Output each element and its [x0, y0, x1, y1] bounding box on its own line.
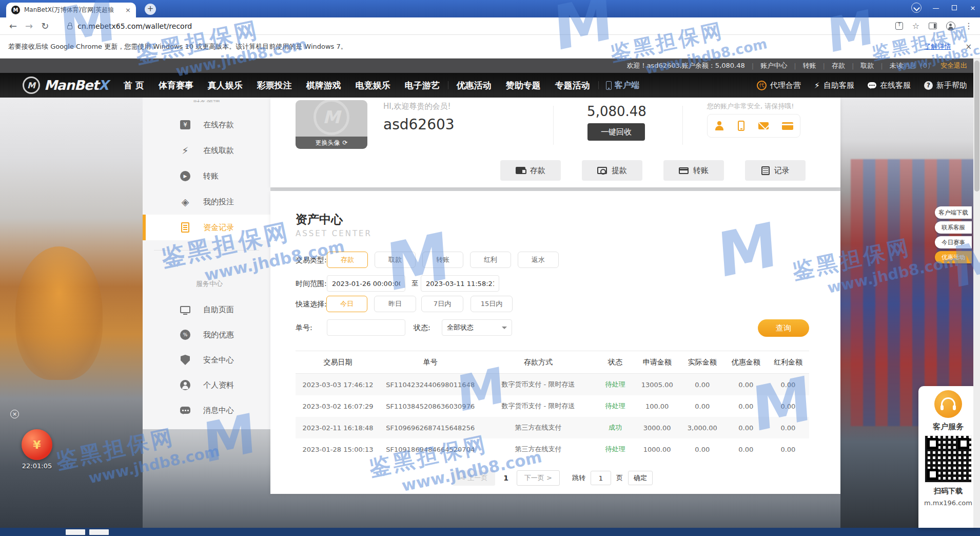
bind-bankcard-icon[interactable] [782, 122, 793, 130]
float-tab-promotions[interactable]: 优惠活动 [935, 251, 972, 263]
sidebar-item-transfer[interactable]: ▶ 转账 [143, 163, 270, 189]
side-panel-icon[interactable] [929, 23, 937, 29]
type-withdraw-button[interactable]: 取款 [375, 252, 416, 268]
qr-code [925, 435, 972, 483]
one-key-recycle-button[interactable]: 一键回收 [587, 123, 645, 141]
address-bar[interactable]: cn.mebetx65.com/wallet/record [77, 22, 192, 30]
taskbar-button[interactable] [66, 529, 85, 535]
nav-agent-link[interactable]: 代代理合营 [757, 81, 801, 90]
close-window-button[interactable]: × [969, 4, 977, 12]
confirm-button[interactable]: 确定 [628, 471, 653, 485]
quick-15days-button[interactable]: 15日内 [471, 296, 513, 312]
sidebar-item-self-service-page[interactable]: 自助页面 [143, 297, 270, 322]
sidebar-item-message-center[interactable]: 消息中心 [143, 397, 270, 423]
browser-menu-icon[interactable]: ⋮ [965, 21, 973, 31]
date-from-input[interactable] [327, 275, 405, 292]
scrollbar-thumb[interactable] [974, 61, 979, 192]
cell-status: 待处理 [596, 445, 635, 454]
bind-phone-icon[interactable] [738, 121, 744, 131]
window-controls: — × [911, 0, 977, 15]
nav-item-sponsorship[interactable]: 赞助专题 [499, 80, 548, 91]
nav-self-service-link[interactable]: ⚡自助客服 [814, 81, 854, 90]
notice-close-icon[interactable]: × [965, 42, 972, 51]
topbar-link-account[interactable]: 账户中心 [760, 61, 787, 70]
type-rebate-button[interactable]: 返水 [518, 252, 559, 268]
nav-item-live-casino[interactable]: 真人娱乐 [201, 80, 250, 91]
forward-icon[interactable]: → [25, 21, 33, 31]
nav-item-home[interactable]: 首 页 [116, 80, 151, 91]
prev-page-button[interactable]: < 上一页 [452, 470, 495, 486]
transaction-type-label: 交易类型: [296, 252, 327, 268]
quick-yesterday-button[interactable]: 昨日 [374, 296, 416, 312]
nav-item-esports[interactable]: 电竞娱乐 [348, 80, 398, 91]
tab-close-icon[interactable]: × [125, 6, 131, 14]
type-bonus-button[interactable]: 红利 [470, 252, 511, 268]
topbar-link-transfer[interactable]: 转账 [803, 61, 816, 70]
message-icon [180, 405, 191, 416]
type-deposit-button[interactable]: 存款 [327, 252, 368, 268]
float-tab-contact-service[interactable]: 联系客服 [935, 221, 972, 234]
topbar-unread-messages[interactable]: 未读消息（0） [890, 61, 934, 70]
nav-item-client-app[interactable]: 客户端 [600, 80, 645, 91]
transfer-button[interactable]: 转账 [663, 160, 724, 181]
jump-page-input[interactable] [591, 471, 611, 485]
customer-service-widget[interactable]: 客户服务 扫码下载 m.mx196.com [918, 386, 978, 528]
records-button[interactable]: 记录 [745, 160, 806, 181]
quick-select-label: 快速选择: [296, 296, 327, 312]
learn-more-link[interactable]: 了解详情 [924, 42, 951, 51]
divider [448, 81, 448, 89]
maximize-button[interactable] [950, 4, 958, 12]
back-icon[interactable]: ← [9, 21, 17, 31]
change-avatar-button[interactable]: 更换头像⟳ [296, 137, 367, 149]
reload-icon[interactable]: ↻ [41, 21, 49, 31]
bookmark-star-icon[interactable]: ☆ [912, 21, 919, 31]
sidebar-item-my-promotions[interactable]: % 我的优惠 [143, 322, 270, 348]
nav-help-link[interactable]: ?新手帮助 [924, 81, 967, 90]
withdraw-button[interactable]: 提款 [582, 160, 642, 181]
status-select[interactable]: 全部状态 [442, 319, 512, 336]
logout-link[interactable]: 安全退出 [940, 61, 967, 70]
nav-item-lottery[interactable]: 彩票投注 [250, 80, 299, 91]
topbar-link-withdraw[interactable]: 取款 [860, 61, 874, 70]
deposit-button[interactable]: 存款 [500, 160, 561, 181]
sidebar-item-online-withdraw[interactable]: ⚡ 在线取款 [143, 138, 270, 163]
table-row: 2023-02-11 16:18:48 SF109696268741564825… [296, 417, 809, 438]
order-number-input[interactable] [327, 319, 405, 336]
next-page-button[interactable]: 下一页 > [517, 470, 560, 486]
sidebar-item-online-deposit[interactable]: ¥ 在线存款 [143, 112, 270, 138]
nav-item-slots[interactable]: 电子游艺 [398, 80, 447, 91]
float-tab-today-matches[interactable]: 今日赛事 [935, 236, 972, 248]
sidebar-item-security-center[interactable]: 安全中心 [143, 347, 270, 373]
quick-today-button[interactable]: 今日 [326, 296, 367, 312]
cell-status: 待处理 [596, 401, 635, 411]
type-transfer-button[interactable]: 转账 [422, 252, 463, 268]
promo-close-icon[interactable]: × [10, 410, 19, 418]
nav-live-chat-link[interactable]: 在线客服 [868, 81, 911, 90]
profile-avatar-icon[interactable] [946, 22, 955, 31]
search-button[interactable]: 查询 [758, 319, 809, 337]
avatar[interactable]: M 更换头像⟳ [296, 100, 367, 149]
float-tab-client-download[interactable]: 客户端下载 [935, 206, 972, 219]
browser-update-chevron-icon[interactable] [911, 3, 922, 13]
topbar-link-deposit[interactable]: 存款 [832, 61, 845, 70]
promo-red-packet-icon[interactable]: ¥ [22, 429, 52, 460]
browser-tab[interactable]: M ManBetX(万博体育)官网|英超狼 × [6, 3, 136, 17]
bind-profile-icon[interactable] [714, 121, 724, 131]
share-icon[interactable] [895, 22, 903, 30]
quick-7days-button[interactable]: 7日内 [421, 296, 463, 312]
nav-item-sports[interactable]: 体育赛事 [151, 80, 201, 91]
divider [598, 81, 599, 89]
site-logo[interactable]: M ManBetX [23, 76, 108, 94]
bind-email-icon[interactable] [758, 122, 769, 129]
nav-item-promotions[interactable]: 优惠活动 [449, 80, 499, 91]
new-tab-button[interactable]: + [145, 4, 156, 15]
sidebar-item-profile[interactable]: 个人资料 [143, 372, 270, 398]
taskbar-button[interactable] [89, 529, 109, 535]
minimize-button[interactable]: — [932, 4, 940, 12]
sidebar-item-my-bets[interactable]: ◈ 我的投注 [143, 189, 270, 215]
page-scrollbar[interactable] [973, 59, 980, 528]
sidebar-item-fund-records[interactable]: 资金记录 [143, 215, 270, 240]
date-to-input[interactable] [421, 275, 499, 292]
nav-item-special-events[interactable]: 专题活动 [548, 80, 597, 91]
nav-item-board-games[interactable]: 棋牌游戏 [299, 80, 348, 91]
